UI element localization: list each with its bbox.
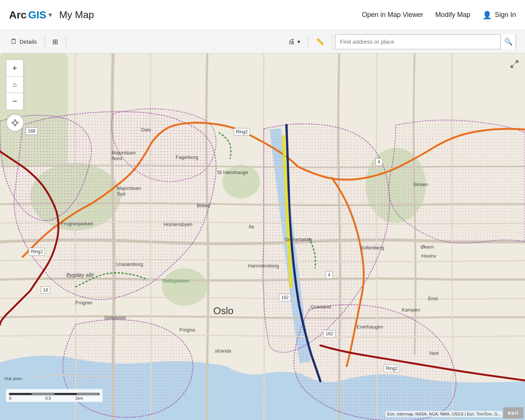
scale-labels: 0 0.5 1km: [9, 396, 99, 400]
details-button[interactable]: 🗒 Details: [6, 35, 41, 48]
measure-icon: 📏: [316, 38, 324, 46]
zoom-in-button[interactable]: +: [6, 60, 23, 76]
road-label-162: 162: [279, 294, 291, 301]
legend-button[interactable]: ⊞: [48, 35, 63, 48]
expand-icon: [510, 60, 519, 69]
print-arrow: ▾: [297, 38, 300, 45]
scale-segment-4: [77, 393, 99, 395]
brand-dropdown-icon[interactable]: ▾: [49, 11, 52, 18]
scale-bar: 0 0.5 1km: [6, 389, 103, 402]
map-controls: + ⌂ −: [6, 60, 24, 132]
search-button[interactable]: 🔍: [501, 34, 516, 49]
map-container[interactable]: Oslo MajorstuenNord Fagerborg St Hanshau…: [0, 53, 525, 420]
scale-segment-2: [32, 393, 54, 395]
measure-button[interactable]: 📏: [311, 35, 329, 48]
toolbar: 🗒 Details ⊞ 🖨 ▾ 📏 🔍: [0, 30, 525, 53]
toolbar-divider-2: [66, 35, 66, 49]
zoom-out-button[interactable]: −: [6, 93, 23, 110]
svg-line-12: [515, 61, 518, 63]
toolbar-divider-4: [332, 35, 332, 49]
svg-line-13: [511, 65, 514, 67]
esri-logo: esri: [503, 407, 523, 418]
svg-point-2: [162, 268, 207, 306]
zoom-controls: + ⌂ −: [6, 60, 24, 110]
road-label-4-top: 4: [375, 158, 383, 166]
scale-ruler: [9, 391, 99, 395]
locate-button[interactable]: [6, 114, 24, 132]
legend-icon: ⊞: [52, 38, 58, 46]
modify-map-link[interactable]: Modify Map: [435, 11, 470, 19]
map-title: My Map: [59, 9, 94, 21]
locate-icon: [11, 118, 20, 127]
navbar: ArcGIS ▾ My Map Open in Map Viewer Modif…: [0, 0, 525, 30]
details-icon: 🗒: [11, 38, 17, 46]
nav-actions: Open in Map Viewer Modify Map 👤 Sign In: [362, 11, 516, 20]
scale-segment-3: [54, 393, 77, 395]
brand-gis-text: GIS: [28, 9, 46, 21]
road-label-18: 18: [41, 286, 50, 294]
details-label: Details: [20, 38, 37, 45]
brand-arc-text: Arc: [9, 9, 27, 21]
toolbar-divider-3: [308, 35, 308, 49]
scale-segment-1: [9, 393, 32, 395]
esri-logo-text: esri: [508, 410, 519, 416]
expand-button[interactable]: [508, 58, 520, 70]
user-icon: 👤: [482, 11, 492, 20]
attribution: Esri, Intermap, NASA, NGA, NMA, USGS | E…: [386, 411, 502, 417]
road-label-4-mid: 4: [326, 271, 333, 279]
road-label-ring2-bottom: Ring2: [384, 365, 400, 372]
road-label-168: 168: [26, 127, 38, 135]
toolbar-divider-1: [44, 35, 45, 49]
scale-label-0: 0: [9, 396, 11, 400]
print-icon: 🖨: [288, 38, 295, 46]
sign-in-label: Sign In: [495, 11, 516, 19]
road-label-ring2-left: Ring2: [29, 248, 45, 255]
svg-point-3: [222, 165, 260, 199]
road-label-ring2-top: Ring2: [234, 128, 250, 136]
sign-in-button[interactable]: 👤 Sign In: [482, 11, 516, 20]
search-container: 🔍: [335, 34, 516, 49]
arcgis-brand[interactable]: ArcGIS ▾: [9, 9, 52, 21]
scale-label-half: 0.5: [45, 396, 51, 400]
search-input[interactable]: [335, 38, 501, 45]
open-map-viewer-link[interactable]: Open in Map Viewer: [362, 11, 423, 19]
print-button[interactable]: 🖨 ▾: [284, 35, 305, 48]
scale-label-1km: 1km: [75, 396, 83, 400]
road-label-162-right: 162: [323, 330, 335, 338]
map-svg: [0, 53, 525, 420]
home-button[interactable]: ⌂: [6, 76, 23, 93]
svg-point-7: [13, 121, 17, 125]
